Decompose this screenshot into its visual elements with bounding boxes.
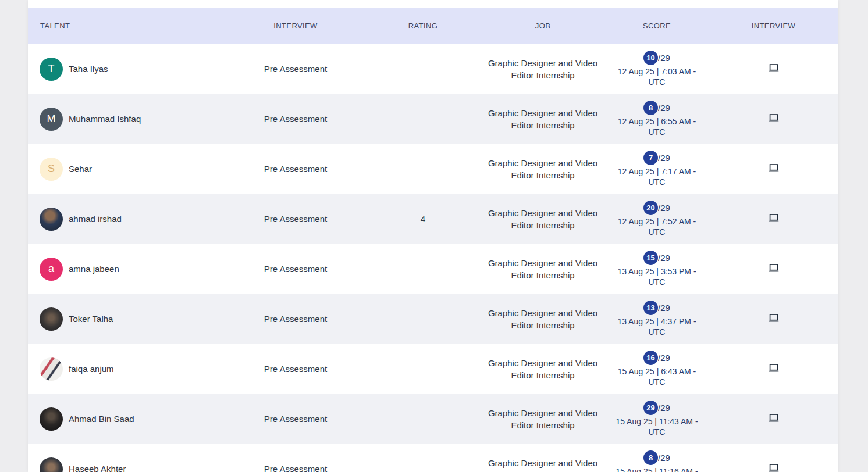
score-badge: 15 [643, 251, 658, 265]
laptop-icon[interactable] [767, 62, 780, 74]
interview-action-cell [709, 112, 838, 127]
job-title: Graphic Designer and Video Editor Intern… [481, 357, 605, 381]
interview-type-label: Pre Assessment [226, 114, 365, 124]
score-datetime: 12 Aug 25 | 7:03 AM - UTC [610, 66, 703, 87]
column-header-rating: RATING [365, 22, 481, 30]
table-row[interactable]: Toker Talha Pre Assessment Graphic Desig… [28, 294, 838, 344]
score-cell: 15/29 13 Aug 25 | 3:53 PM - UTC [605, 251, 709, 287]
score-badge: 16 [643, 351, 658, 365]
score-total: /29 [658, 53, 670, 63]
talent-cell: ahmad irshad [28, 208, 226, 231]
interview-type-label: Pre Assessment [226, 464, 365, 472]
score-cell: 7/29 12 Aug 25 | 7:17 AM - UTC [605, 151, 709, 187]
talent-name: amna jabeen [69, 264, 119, 274]
score-badge: 7 [643, 151, 658, 165]
avatar-photo [40, 307, 63, 331]
table-row[interactable]: S Sehar Pre Assessment Graphic Designer … [28, 144, 838, 194]
interview-type-label: Pre Assessment [226, 214, 365, 224]
laptop-icon[interactable] [767, 262, 780, 274]
score-cell: 29/29 15 Aug 25 | 11:43 AM - UTC [605, 401, 709, 437]
talent-table-card: TALENTINTERVIEWRATINGJOBSCOREINTERVIEW T… [28, 0, 838, 472]
avatar-initial-badge: T [40, 58, 63, 81]
table-row[interactable]: T Taha Ilyas Pre Assessment Graphic Desi… [28, 44, 838, 94]
talent-cell: T Taha Ilyas [28, 58, 226, 81]
job-title: Graphic Designer and Video Editor Intern… [481, 407, 605, 431]
talent-name: Haseeb Akhter [69, 464, 126, 472]
interview-type-label: Pre Assessment [226, 414, 365, 424]
score-badge: 8 [643, 450, 658, 465]
laptop-icon[interactable] [767, 112, 780, 124]
avatar-initial: S [48, 163, 55, 175]
table-row[interactable]: ahmad irshad Pre Assessment 4 Graphic De… [28, 194, 838, 244]
laptop-icon[interactable] [767, 312, 780, 324]
interview-type-label: Pre Assessment [226, 264, 365, 274]
score-badge: 29 [643, 401, 658, 415]
talent-name: ahmad irshad [69, 214, 122, 224]
job-title: Graphic Designer and Video Editor Intern… [481, 257, 605, 281]
table-row[interactable]: Haseeb Akhter Pre Assessment Graphic Des… [28, 444, 838, 472]
score-total: /29 [658, 253, 670, 263]
score-datetime: 12 Aug 25 | 7:17 AM - UTC [610, 166, 703, 187]
column-header-talent: TALENT [28, 22, 226, 30]
table-row[interactable]: M Muhammad Ishfaq Pre Assessment Graphic… [28, 94, 838, 144]
job-title: Graphic Designer and Video Editor Intern… [481, 107, 605, 131]
score-total: /29 [658, 203, 670, 213]
interview-action-cell [709, 162, 838, 177]
laptop-icon[interactable] [767, 212, 780, 224]
score-cell: 16/29 15 Aug 25 | 6:43 AM - UTC [605, 351, 709, 387]
score-cell: 10/29 12 Aug 25 | 7:03 AM - UTC [605, 51, 709, 87]
avatar-photo [40, 407, 63, 431]
job-title: Graphic Designer and Video Editor Intern… [481, 307, 605, 331]
interview-action-cell [709, 462, 838, 472]
score-datetime: 13 Aug 25 | 4:37 PM - UTC [610, 316, 703, 337]
talent-name: Ahmad Bin Saad [69, 414, 134, 424]
score-badge: 20 [643, 201, 658, 215]
score-badge: 8 [643, 101, 658, 115]
score-datetime: 15 Aug 25 | 11:43 AM - UTC [610, 416, 703, 437]
interview-action-cell [709, 362, 838, 377]
laptop-icon[interactable] [767, 462, 780, 472]
avatar-initial: M [47, 113, 56, 125]
column-header-job: JOB [481, 22, 605, 30]
laptop-icon[interactable] [767, 412, 780, 424]
job-title: Graphic Designer and Video Editor Intern… [481, 57, 605, 81]
score-datetime: 12 Aug 25 | 7:52 AM - UTC [610, 216, 703, 237]
talent-cell: Haseeb Akhter [28, 457, 226, 472]
table-header-row: TALENTINTERVIEWRATINGJOBSCOREINTERVIEW [28, 8, 838, 44]
score-cell: 8/29 15 Aug 25 | 11:16 AM - UTC [605, 450, 709, 472]
interview-action-cell [709, 212, 838, 227]
talent-name: Sehar [69, 164, 92, 174]
score-total: /29 [658, 453, 670, 463]
score-datetime: 12 Aug 25 | 6:55 AM - UTC [610, 116, 703, 137]
column-header-interview-2: INTERVIEW [709, 22, 838, 30]
avatar-photo [40, 357, 63, 381]
score-total: /29 [658, 353, 670, 363]
avatar-initial-badge: M [40, 108, 63, 131]
talent-name: Muhammad Ishfaq [69, 114, 141, 124]
score-cell: 20/29 12 Aug 25 | 7:52 AM - UTC [605, 201, 709, 237]
score-total: /29 [658, 403, 670, 413]
table-row[interactable]: a amna jabeen Pre Assessment Graphic Des… [28, 244, 838, 294]
interview-type-label: Pre Assessment [226, 164, 365, 174]
column-header-score: SCORE [605, 22, 709, 30]
table-row[interactable]: faiqa anjum Pre Assessment Graphic Desig… [28, 344, 838, 394]
talent-cell: Ahmad Bin Saad [28, 407, 226, 431]
score-total: /29 [658, 303, 670, 313]
interview-type-label: Pre Assessment [226, 364, 365, 374]
score-total: /29 [658, 103, 670, 113]
interview-action-cell [709, 412, 838, 427]
table-row[interactable]: Ahmad Bin Saad Pre Assessment Graphic De… [28, 394, 838, 444]
interview-type-label: Pre Assessment [226, 314, 365, 324]
score-datetime: 15 Aug 25 | 6:43 AM - UTC [610, 366, 703, 387]
talent-cell: Toker Talha [28, 307, 226, 331]
score-cell: 13/29 13 Aug 25 | 4:37 PM - UTC [605, 301, 709, 337]
talent-cell: a amna jabeen [28, 258, 226, 281]
laptop-icon[interactable] [767, 162, 780, 174]
avatar-initial: a [48, 263, 54, 275]
laptop-icon[interactable] [767, 362, 780, 374]
score-badge: 13 [643, 301, 658, 315]
talent-cell: faiqa anjum [28, 357, 226, 381]
talent-cell: M Muhammad Ishfaq [28, 108, 226, 131]
interview-action-cell [709, 312, 838, 327]
job-title: Graphic Designer and Video Editor Intern… [481, 207, 605, 231]
